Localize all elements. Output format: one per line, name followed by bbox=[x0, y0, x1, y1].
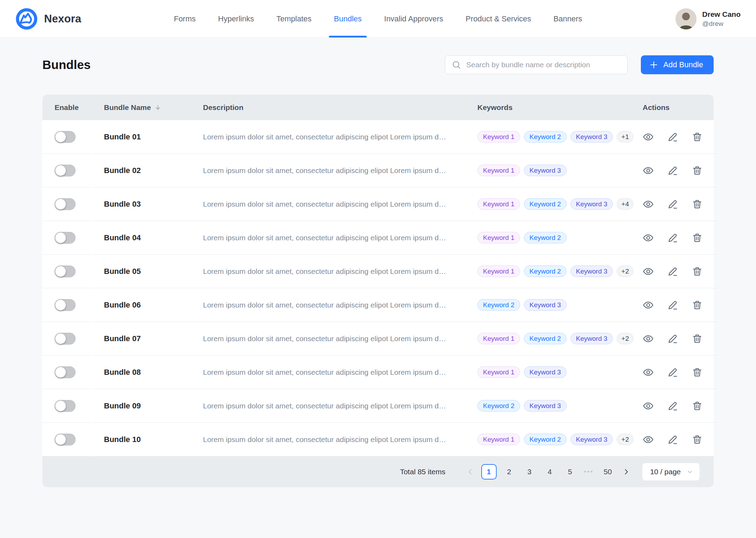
add-bundle-button[interactable]: Add Bundle bbox=[641, 55, 714, 74]
bundle-name: Bundle 10 bbox=[104, 435, 141, 444]
edit-button[interactable] bbox=[667, 367, 678, 378]
keyword-chip: Keyword 3 bbox=[524, 299, 567, 311]
avatar[interactable] bbox=[676, 8, 696, 29]
page-size-value: 10 / page bbox=[650, 468, 681, 476]
pencil-icon bbox=[667, 266, 678, 277]
nav-item-invalid-approvers[interactable]: Invalid Approvers bbox=[384, 0, 443, 37]
column-header-actions: Actions bbox=[643, 95, 714, 120]
column-header-bundle-name[interactable]: Bundle Name bbox=[92, 95, 203, 120]
edit-button[interactable] bbox=[667, 333, 678, 344]
page-button-last[interactable]: 50 bbox=[600, 464, 615, 480]
enable-toggle[interactable] bbox=[55, 366, 76, 378]
search-input[interactable] bbox=[466, 61, 621, 69]
edit-button[interactable] bbox=[667, 434, 678, 445]
user-menu[interactable]: Drew Cano @drew bbox=[676, 8, 741, 29]
keyword-chip: Keyword 2 bbox=[524, 198, 567, 210]
view-button[interactable] bbox=[643, 400, 654, 412]
table-row: Bundle 02 Lorem ipsum dolor sit amet, co… bbox=[42, 154, 714, 187]
edit-button[interactable] bbox=[667, 232, 678, 243]
nav-item-banners[interactable]: Banners bbox=[553, 0, 582, 37]
delete-button[interactable] bbox=[692, 434, 703, 445]
sort-descending-icon[interactable] bbox=[154, 104, 161, 111]
edit-button[interactable] bbox=[667, 299, 678, 311]
nav-item-bundles[interactable]: Bundles bbox=[334, 0, 362, 37]
enable-toggle[interactable] bbox=[55, 198, 76, 210]
edit-button[interactable] bbox=[667, 400, 678, 412]
delete-button[interactable] bbox=[692, 165, 703, 176]
trash-icon bbox=[692, 266, 703, 277]
enable-toggle[interactable] bbox=[55, 265, 76, 277]
enable-toggle[interactable] bbox=[55, 232, 76, 244]
page-button-2[interactable]: 2 bbox=[502, 464, 517, 480]
nav-item-product-services[interactable]: Product & Services bbox=[465, 0, 531, 37]
more-keywords-badge: +4 bbox=[617, 198, 634, 210]
enable-toggle[interactable] bbox=[55, 333, 76, 345]
pagination-ellipsis[interactable]: ••• bbox=[583, 468, 595, 476]
keyword-chip: Keyword 2 bbox=[477, 400, 520, 412]
bundle-name: Bundle 01 bbox=[104, 132, 141, 142]
delete-button[interactable] bbox=[692, 299, 703, 311]
delete-button[interactable] bbox=[692, 400, 703, 412]
view-button[interactable] bbox=[643, 299, 654, 311]
nav-item-templates[interactable]: Templates bbox=[276, 0, 312, 37]
enable-toggle[interactable] bbox=[55, 299, 76, 311]
bundle-description: Lorem ipsum dolor sit amet, consectetur … bbox=[203, 301, 446, 309]
delete-button[interactable] bbox=[692, 232, 703, 243]
table-row: Bundle 01 Lorem ipsum dolor sit amet, co… bbox=[42, 120, 714, 154]
keyword-chip: Keyword 3 bbox=[524, 165, 567, 176]
view-button[interactable] bbox=[643, 232, 654, 243]
view-button[interactable] bbox=[643, 199, 654, 210]
add-bundle-label: Add Bundle bbox=[663, 60, 703, 69]
pencil-icon bbox=[667, 299, 678, 311]
enable-toggle[interactable] bbox=[55, 131, 76, 143]
keyword-chips: Keyword 1Keyword 2Keyword 3+2 bbox=[477, 322, 643, 356]
next-page-button[interactable] bbox=[620, 468, 632, 476]
enable-toggle[interactable] bbox=[55, 165, 76, 177]
view-button[interactable] bbox=[643, 165, 654, 176]
toggle-knob bbox=[55, 266, 66, 277]
delete-button[interactable] bbox=[692, 333, 703, 344]
keyword-chip: Keyword 3 bbox=[570, 131, 613, 143]
view-button[interactable] bbox=[643, 434, 654, 445]
page-button-1[interactable]: 1 bbox=[481, 464, 497, 480]
view-button[interactable] bbox=[643, 333, 654, 344]
page-button-3[interactable]: 3 bbox=[522, 464, 537, 480]
previous-page-button[interactable] bbox=[464, 468, 476, 476]
keyword-chip: Keyword 3 bbox=[570, 333, 613, 344]
keyword-chip: Keyword 3 bbox=[570, 198, 613, 210]
keyword-chips: Keyword 1Keyword 3 bbox=[477, 154, 643, 187]
top-navbar: Nexora FormsHyperlinksTemplatesBundlesIn… bbox=[0, 0, 756, 38]
enable-toggle[interactable] bbox=[55, 400, 76, 412]
bundle-description: Lorem ipsum dolor sit amet, consectetur … bbox=[203, 234, 446, 242]
view-button[interactable] bbox=[643, 367, 654, 378]
more-keywords-badge: +2 bbox=[617, 434, 634, 445]
page-size-select[interactable]: 10 / page bbox=[642, 463, 700, 481]
pencil-icon bbox=[667, 434, 678, 445]
page-button-5[interactable]: 5 bbox=[562, 464, 578, 480]
nav-item-forms[interactable]: Forms bbox=[174, 0, 196, 37]
edit-button[interactable] bbox=[667, 199, 678, 210]
view-button[interactable] bbox=[643, 131, 654, 143]
delete-button[interactable] bbox=[692, 199, 703, 210]
delete-button[interactable] bbox=[692, 131, 703, 143]
head-actions: Add Bundle bbox=[445, 55, 714, 74]
delete-button[interactable] bbox=[692, 367, 703, 378]
bundle-name: Bundle 02 bbox=[104, 166, 141, 175]
eye-icon bbox=[643, 333, 654, 344]
edit-button[interactable] bbox=[667, 131, 678, 143]
page-button-4[interactable]: 4 bbox=[542, 464, 558, 480]
view-button[interactable] bbox=[643, 266, 654, 277]
table-footer: Total 85 items 12345•••50 10 / page bbox=[42, 456, 714, 487]
pencil-icon bbox=[667, 199, 678, 210]
main-content: Bundles Add Bundle bbox=[0, 55, 756, 487]
plus-icon bbox=[649, 60, 658, 69]
pagination: 12345•••50 bbox=[464, 464, 632, 480]
nav-item-hyperlinks[interactable]: Hyperlinks bbox=[218, 0, 254, 37]
search-box bbox=[445, 55, 628, 74]
keyword-chips: Keyword 1Keyword 2 bbox=[477, 221, 643, 255]
edit-button[interactable] bbox=[667, 165, 678, 176]
enable-toggle[interactable] bbox=[55, 434, 76, 446]
toggle-knob bbox=[55, 132, 66, 142]
delete-button[interactable] bbox=[692, 266, 703, 277]
edit-button[interactable] bbox=[667, 266, 678, 277]
